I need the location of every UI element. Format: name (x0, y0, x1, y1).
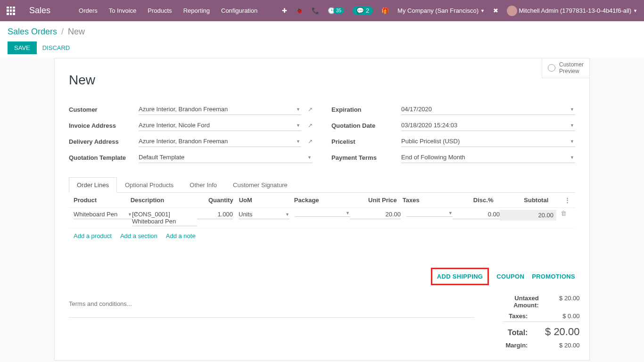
order-lines-table: Product Description Quantity UoM Package… (69, 193, 575, 258)
row-price-field[interactable] (350, 210, 401, 219)
expiration-field[interactable] (401, 104, 575, 115)
tab-order-lines[interactable]: Order Lines (69, 177, 117, 193)
apps-icon[interactable] (7, 7, 15, 15)
nav-menu: Orders To Invoice Products Reporting Con… (79, 7, 257, 14)
breadcrumb-sep: / (61, 27, 64, 36)
row-qty-field[interactable] (197, 210, 233, 219)
add-product-link[interactable]: Add a product (74, 232, 112, 239)
breadcrumb-current: New (68, 27, 85, 36)
quote-date-field[interactable] (401, 120, 575, 131)
label-customer: Customer (69, 106, 135, 113)
margin-value: $ 20.00 (542, 342, 579, 349)
globe-icon (548, 64, 555, 72)
company-name: My Company (San Francisco) (397, 7, 479, 14)
th-unit-price: Unit Price (347, 197, 397, 204)
add-note-link[interactable]: Add a note (166, 232, 196, 239)
preview-line1: Customer (559, 61, 584, 68)
tools-icon[interactable]: ✖ (493, 7, 498, 14)
th-description: Description (131, 197, 198, 204)
avatar (507, 6, 517, 16)
label-quote-date: Quotation Date (331, 122, 397, 129)
discard-button[interactable]: DISCARD (42, 44, 70, 51)
nav-products[interactable]: Products (148, 7, 172, 14)
add-shipping-button[interactable]: ADD SHIPPING (431, 268, 489, 285)
tab-optional-products[interactable]: Optional Products (117, 177, 182, 192)
quote-template-field[interactable] (139, 152, 313, 163)
th-taxes: Taxes (397, 197, 447, 204)
pricelist-field[interactable] (401, 136, 575, 147)
total-value: $ 20.00 (542, 326, 579, 338)
taxes-label: Taxes: (509, 313, 528, 320)
taxes-value: $ 0.00 (542, 313, 579, 320)
label-delivery: Delivery Address (69, 138, 135, 145)
row-desc[interactable]: [CONS_0001] Whiteboard Pen (132, 210, 197, 226)
nav-to-invoice[interactable]: To Invoice (109, 7, 137, 14)
tab-customer-signature[interactable]: Customer Signature (225, 177, 296, 192)
phone-icon[interactable]: 📞 (312, 7, 319, 14)
msg-badge: 2 (366, 7, 369, 14)
systray: ✚ 🐞 📞 🕑35 💬2 🎁 My Company (San Francisco… (282, 6, 637, 16)
nav-orders[interactable]: Orders (79, 7, 98, 14)
breadcrumb-root[interactable]: Sales Orders (8, 27, 57, 36)
customer-field[interactable] (139, 104, 301, 115)
add-section-link[interactable]: Add a section (120, 232, 157, 239)
th-quantity: Quantity (198, 197, 233, 204)
total-label: Total: (508, 329, 528, 337)
label-quote-tpl: Quotation Template (69, 154, 135, 161)
nav-configuration[interactable]: Configuration (221, 7, 257, 14)
row-product-field[interactable]: Whiteboard Pen▼ (74, 210, 132, 219)
th-discount: Disc.% (447, 197, 493, 204)
app-brand[interactable]: Sales (29, 6, 50, 16)
invoice-address-field[interactable] (139, 120, 301, 131)
th-product: Product (74, 197, 131, 204)
row-subtotal: 20.00 (500, 210, 556, 221)
customer-external-link-icon[interactable]: ↗ (308, 106, 313, 113)
row-discount-field[interactable] (453, 210, 500, 219)
label-pricelist: Pricelist (331, 138, 397, 145)
row-product-value: Whiteboard Pen (74, 211, 117, 218)
terms-textarea[interactable] (69, 297, 474, 318)
plus-icon[interactable]: ✚ (282, 7, 287, 14)
breadcrumb: Sales Orders / New (8, 27, 636, 37)
preview-line2: Preview (559, 68, 584, 74)
page-title: New (69, 73, 575, 88)
row-taxes-field[interactable]: ▼ (406, 210, 453, 217)
save-button[interactable]: SAVE (8, 41, 37, 54)
table-options-icon[interactable]: ⋮ (562, 197, 570, 204)
customer-preview-button[interactable]: CustomerPreview (542, 58, 589, 78)
invoice-external-link-icon[interactable]: ↗ (308, 122, 313, 129)
gift-icon[interactable]: 🎁 (381, 7, 389, 14)
row-uom-value: Units (239, 211, 253, 218)
row-package-field[interactable]: ▼ (295, 210, 350, 217)
payment-terms-field[interactable] (401, 152, 575, 163)
row-uom-field[interactable]: Units▼ (239, 210, 289, 219)
delivery-address-field[interactable] (139, 136, 301, 147)
margin-label: Margin: (505, 342, 528, 349)
table-row: Whiteboard Pen▼ ↗ [CONS_0001] Whiteboard… (69, 208, 575, 229)
tabs: Order Lines Optional Products Other Info… (69, 177, 575, 193)
label-invoice: Invoice Address (69, 122, 135, 129)
control-panel: Sales Orders / New SAVE DISCARD (0, 21, 644, 58)
user-name: Mitchell Admin (1797831-13-0-4b41f6-all) (519, 7, 631, 14)
th-package: Package (289, 197, 347, 204)
label-payment-terms: Payment Terms (331, 154, 397, 161)
bug-icon[interactable]: 🐞 (296, 7, 303, 14)
activity-icon[interactable]: 🕑35 (328, 7, 344, 14)
messages-icon[interactable]: 💬2 (353, 6, 373, 15)
activity-badge: 35 (333, 8, 344, 14)
delivery-external-link-icon[interactable]: ↗ (308, 138, 313, 145)
top-navbar: Sales Orders To Invoice Products Reporti… (0, 0, 644, 21)
company-switcher[interactable]: My Company (San Francisco)▼ (397, 7, 485, 14)
tab-other-info[interactable]: Other Info (182, 177, 225, 192)
label-expiration: Expiration (331, 106, 397, 113)
nav-reporting[interactable]: Reporting (183, 7, 210, 14)
coupon-button[interactable]: COUPON (496, 268, 524, 285)
th-subtotal: Subtotal (494, 197, 549, 204)
untaxed-value: $ 20.00 (553, 295, 580, 302)
form-sheet: CustomerPreview New Customer ▼ ↗ Invoice… (54, 58, 590, 361)
promotions-button[interactable]: PROMOTIONS (532, 268, 575, 285)
row-delete-icon[interactable]: 🗑 (556, 210, 570, 217)
th-uom: UoM (233, 197, 289, 204)
untaxed-label: Untaxed Amount: (503, 295, 539, 309)
user-menu[interactable]: Mitchell Admin (1797831-13-0-4b41f6-all)… (507, 6, 637, 16)
